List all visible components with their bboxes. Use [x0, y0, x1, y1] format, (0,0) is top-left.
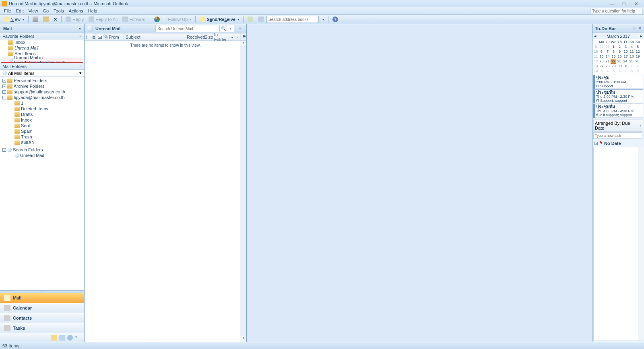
calendar-day[interactable]: 19 — [635, 54, 641, 59]
col-flag[interactable]: ⚑ — [241, 33, 246, 40]
menu-go[interactable]: Go — [40, 8, 51, 13]
calendar-day[interactable]: 18 — [629, 54, 635, 59]
calendar-day[interactable]: 5 — [611, 68, 617, 73]
help-search-input[interactable] — [590, 8, 642, 14]
all-mail-items[interactable]: All Mail Items ▾ — [0, 70, 84, 77]
tree-item[interactable]: +support@mailmaster.co.th — [0, 89, 84, 95]
col-in-folder[interactable]: In Folder ▴ — [213, 33, 235, 40]
tree-item[interactable]: Drafts — [0, 112, 84, 117]
nav-button-calendar[interactable]: Calendar — [0, 303, 84, 313]
forward-button[interactable]: Forward — [120, 16, 147, 23]
appointment[interactable]: ประชุมทีมThu 4:00 PM - 4:30 PMห้อง it su… — [593, 104, 643, 118]
calendar-day[interactable]: 8 — [629, 68, 635, 73]
delete-button[interactable]: ✕ — [52, 16, 59, 23]
address-search-dropdown[interactable]: ▾ — [320, 17, 326, 22]
tree-item[interactable]: Deleted Items — [0, 106, 84, 112]
print-button[interactable] — [31, 16, 40, 23]
expand-icon[interactable]: + — [2, 85, 6, 88]
shortcuts-icon[interactable] — [67, 335, 73, 341]
tree-item[interactable]: 1 — [0, 100, 84, 106]
prev-month-icon[interactable]: ◂ — [594, 33, 597, 39]
menu-view[interactable]: View — [26, 8, 41, 13]
nav-button-contacts[interactable]: Contacts — [0, 313, 84, 323]
follow-up-button[interactable]: Follow Up▾ — [166, 16, 194, 23]
maximize-button[interactable]: □ — [620, 1, 628, 6]
col-categories[interactable]: ▫ — [235, 33, 241, 40]
tree-item[interactable]: +Archive Folders — [0, 83, 84, 89]
scroll-down-icon[interactable]: ▾ — [240, 336, 246, 342]
calendar-day[interactable]: 17 — [623, 54, 629, 59]
new-button[interactable]: New▾ — [2, 16, 26, 23]
calendar-day[interactable]: 2 — [617, 44, 623, 49]
dropdown-icon[interactable]: ▾ — [79, 70, 82, 76]
calendar-day[interactable]: 16 — [617, 54, 623, 59]
calendar-day[interactable]: 4 — [605, 68, 611, 73]
menu-actions[interactable]: Actions — [66, 8, 86, 13]
search-dropdown-icon[interactable]: ▾ — [227, 25, 234, 32]
calendar-day[interactable]: 26 — [634, 59, 640, 64]
menu-tools[interactable]: Tools — [51, 8, 66, 13]
address-search-input[interactable] — [266, 16, 319, 23]
calendar-day[interactable]: 30 — [617, 64, 623, 68]
calendar-day[interactable]: 7 — [623, 68, 629, 73]
tree-item[interactable]: ส่งแล้ว — [0, 140, 84, 145]
calendar-day[interactable]: 11 — [629, 49, 635, 54]
search-input[interactable] — [155, 25, 220, 32]
calendar-day[interactable]: 31 — [623, 64, 629, 68]
tree-item[interactable]: Unread Mail — [0, 153, 84, 158]
new-task-input[interactable] — [593, 132, 642, 139]
calendar-day[interactable]: 9 — [635, 68, 641, 73]
calendar-day[interactable]: 12 — [635, 49, 641, 54]
expand-icon[interactable]: + — [2, 79, 6, 83]
expand-icon[interactable]: - — [594, 142, 598, 145]
next-month-icon[interactable]: ▸ — [640, 33, 642, 39]
col-reminder[interactable]: 🖂 — [96, 33, 101, 40]
col-subject[interactable]: Subject — [124, 33, 185, 40]
calendar-day[interactable]: 29 — [611, 64, 617, 68]
address-book-button[interactable] — [256, 16, 266, 23]
favorite-folder[interactable]: Inbox — [0, 39, 84, 45]
calendar-day[interactable]: 10 — [623, 49, 629, 54]
tree-item[interactable]: +Personal Folders — [0, 78, 84, 83]
calendar-day[interactable]: 20 — [599, 59, 605, 64]
calendar-day[interactable]: 1 — [611, 44, 617, 49]
calendar-day[interactable]: 7 — [605, 49, 611, 54]
tree-item[interactable]: -Search Folders — [0, 147, 84, 153]
col-size[interactable]: Size — [203, 33, 213, 40]
col-icon[interactable]: 🗎 — [90, 33, 96, 40]
menu-edit[interactable]: Edit — [14, 8, 26, 13]
calendar-day[interactable]: 23 — [616, 59, 622, 64]
help-button[interactable]: ? — [330, 16, 340, 23]
col-received[interactable]: Received — [185, 33, 203, 40]
col-from[interactable]: From — [107, 33, 124, 40]
reply-button[interactable]: Reply — [64, 16, 86, 23]
search-icon[interactable]: 🔍 — [220, 25, 227, 32]
folder-list-icon[interactable] — [59, 335, 65, 341]
calendar-day[interactable]: 27 — [599, 64, 605, 68]
menu-file[interactable]: File — [2, 8, 14, 13]
configure-buttons-icon[interactable]: ▾ — [75, 335, 81, 341]
calendar-day[interactable]: 6 — [599, 49, 605, 54]
notes-icon[interactable] — [51, 335, 57, 341]
favorite-folders-header[interactable]: Favorite Folders ⌄ — [0, 33, 84, 39]
calendar-day[interactable]: 24 — [622, 59, 628, 64]
reply-all-button[interactable]: Reply to All — [87, 16, 120, 23]
calendar-day[interactable]: 21 — [605, 59, 611, 64]
calendar-day[interactable]: 3 — [599, 68, 605, 73]
minimize-button[interactable]: — — [608, 1, 616, 6]
calendar-day[interactable]: 25 — [628, 59, 634, 64]
categorize-button[interactable] — [152, 16, 162, 23]
arranged-by[interactable]: Arranged By: Due Date ▴ — [593, 120, 643, 132]
nav-button-tasks[interactable]: Tasks — [0, 323, 84, 333]
calendar-day[interactable]: 1 — [629, 64, 635, 68]
calendar-day[interactable]: 15 — [611, 54, 617, 59]
calendar-day[interactable]: 9 — [617, 49, 623, 54]
favorite-folder[interactable]: Unread Mail in tipyada@mailmaster.co.th — [1, 57, 83, 63]
calendar-day[interactable]: 22 — [611, 59, 616, 64]
nav-button-mail[interactable]: Mail — [0, 293, 84, 303]
minimize-todo-icon[interactable]: » — [633, 26, 636, 31]
calendar-day[interactable]: 5 — [635, 44, 641, 49]
expand-icon[interactable]: + — [2, 90, 6, 94]
expand-icon[interactable]: - — [2, 96, 6, 99]
tree-item[interactable]: -tipyada@mailmaster.co.th — [0, 95, 84, 100]
